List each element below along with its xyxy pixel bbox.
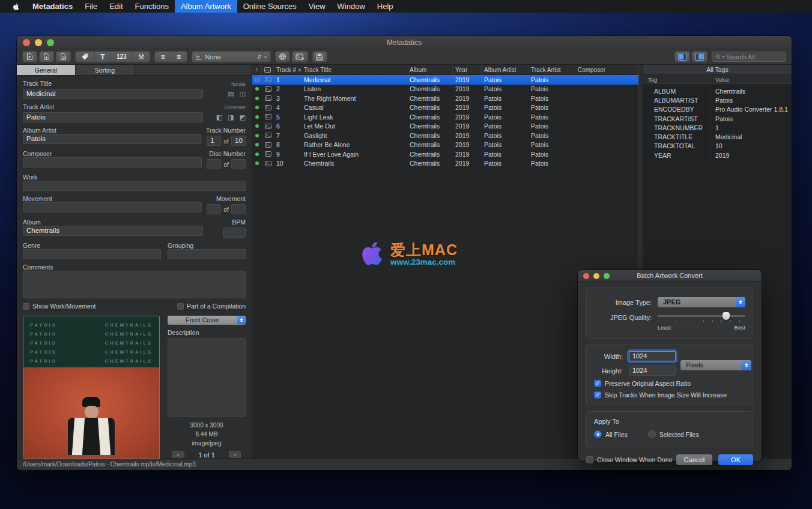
- grouping-field[interactable]: [168, 249, 246, 259]
- column-track-title[interactable]: Track Title: [301, 65, 407, 74]
- menu-item-view[interactable]: View: [303, 0, 332, 13]
- tag-row[interactable]: ALBUMARTISTPatois: [643, 95, 792, 104]
- menu-item-online-sources[interactable]: Online Sources: [237, 0, 303, 13]
- show-work-checkbox[interactable]: ✓ Show Work/Movement: [23, 303, 95, 310]
- track-artist-field[interactable]: Patois: [23, 112, 203, 122]
- table-row[interactable]: 3The Right MomentChemtrails2019PatoisPat…: [252, 94, 638, 103]
- tag-row[interactable]: ENCODEDBYPro Audio Converter 1.8.1: [643, 105, 792, 114]
- menu-item-help[interactable]: Help: [371, 0, 399, 13]
- tag-row[interactable]: TRACKTOTAL10: [643, 142, 792, 151]
- column-status[interactable]: !: [252, 65, 262, 74]
- track-title-field[interactable]: Medicinal: [23, 89, 203, 99]
- dialog-titlebar[interactable]: Batch Artwork Convert: [578, 270, 762, 282]
- table-row[interactable]: 8Rather Be AloneChemtrails2019PatoisPato…: [252, 140, 638, 150]
- apple-menu[interactable]: [6, 0, 26, 13]
- table-row[interactable]: 1MedicinalChemtrails2019PatoisPatois: [252, 75, 638, 85]
- units-popup[interactable]: Pixels: [680, 360, 751, 370]
- table-row[interactable]: 5Light LeakChemtrails2019PatoisPatois: [252, 112, 638, 122]
- save-button[interactable]: [312, 51, 327, 62]
- online-sources-button[interactable]: [275, 51, 290, 62]
- work-field[interactable]: [23, 181, 246, 191]
- menu-item-edit[interactable]: Edit: [103, 0, 129, 13]
- tag-row[interactable]: YEAR2019: [643, 151, 792, 160]
- image-type-popup[interactable]: JPEG: [658, 297, 745, 307]
- table-row[interactable]: 2ListenChemtrails2019PatoisPatois: [252, 85, 638, 94]
- menu-item-album-artwork[interactable]: Album Artwork: [175, 0, 237, 13]
- number-tool-button[interactable]: 123: [111, 52, 133, 62]
- column-composer[interactable]: Composer: [575, 65, 638, 74]
- width-input[interactable]: 1024: [629, 351, 676, 361]
- table-row[interactable]: 9If I Ever Love AgainChemtrails2019Patoi…: [252, 149, 638, 159]
- table-row[interactable]: 6Let Me OutChemtrails2019PatoisPatois: [252, 122, 638, 131]
- album-artist-field[interactable]: Patois: [23, 134, 201, 144]
- value-column-header[interactable]: Value: [710, 75, 792, 83]
- open-folder-button[interactable]: [39, 51, 54, 62]
- menu-item-functions[interactable]: Functions: [129, 0, 175, 13]
- column-artwork[interactable]: [262, 65, 274, 74]
- window-titlebar[interactable]: Metadatics: [17, 36, 792, 49]
- tag-row[interactable]: TRACKARTISTPatois: [643, 114, 792, 123]
- slider-thumb[interactable]: [723, 312, 730, 320]
- menu-item-metadatics[interactable]: Metadatics: [26, 0, 79, 13]
- track-total-field[interactable]: 10: [231, 136, 246, 146]
- tag-tool-button[interactable]: [76, 52, 95, 62]
- ok-button[interactable]: OK: [718, 454, 753, 465]
- disc-number-field[interactable]: [207, 159, 221, 169]
- tag-row[interactable]: ALBUMChemtrails: [643, 86, 792, 95]
- close-when-done-checkbox[interactable]: ✓ Close Window When Done: [586, 456, 672, 463]
- tags-from-name-button[interactable]: ≣: [171, 52, 187, 62]
- tag-row[interactable]: TRACKTITLEMedicinal: [643, 132, 792, 141]
- table-row[interactable]: 7GaslightChemtrails2019PatoisPatois: [252, 131, 638, 140]
- tag-row[interactable]: TRACKNUMBER1: [643, 123, 792, 132]
- table-row[interactable]: 10ChemtrailsChemtrails2019PatoisPatois: [252, 159, 638, 169]
- text-tool-button[interactable]: T: [95, 52, 111, 62]
- open-file-button[interactable]: [22, 51, 37, 62]
- description-field[interactable]: [168, 338, 246, 417]
- disc-total-field[interactable]: [231, 159, 246, 169]
- dialog-minimize-button[interactable]: [593, 273, 599, 279]
- album-field[interactable]: Chemtrails: [23, 226, 203, 236]
- movement-number-field[interactable]: [207, 204, 221, 214]
- field-action-icon[interactable]: ◨: [228, 112, 234, 122]
- height-input[interactable]: 1024: [629, 366, 676, 376]
- menu-item-window[interactable]: Window: [332, 0, 371, 13]
- movement-field[interactable]: [23, 202, 202, 212]
- toggle-right-panel-button[interactable]: [692, 51, 707, 62]
- actions-tool-button[interactable]: ⚒: [133, 52, 150, 62]
- album-cover-image[interactable]: PATOISCHEMTRAILSPATOISCHEMTRAILSPATOISCH…: [23, 316, 160, 459]
- genre-field[interactable]: [23, 249, 161, 259]
- minimize-button[interactable]: [35, 39, 42, 46]
- reveal-file-button[interactable]: [56, 51, 71, 62]
- tag-column-header[interactable]: Tag: [643, 75, 710, 83]
- dialog-zoom-button[interactable]: [604, 273, 610, 279]
- artwork-type-popup[interactable]: Front Cover: [168, 316, 246, 325]
- tab-general[interactable]: General: [17, 65, 76, 75]
- column-album[interactable]: Album: [407, 65, 453, 74]
- search-field[interactable]: ▾: [712, 52, 786, 62]
- jpeg-quality-slider[interactable]: Least Best: [658, 312, 745, 331]
- field-action-icon[interactable]: ◧: [216, 112, 222, 122]
- field-action-icon[interactable]: ◩: [240, 112, 246, 122]
- format-preset-control[interactable]: None ⇵ ≡: [192, 51, 271, 62]
- rename-from-tags-button[interactable]: ≣: [155, 52, 171, 62]
- compilation-checkbox[interactable]: ✓ Part of a Compilation: [177, 303, 246, 310]
- all-files-radio[interactable]: All Files: [594, 430, 628, 438]
- field-clear-icon[interactable]: ◫: [240, 89, 246, 99]
- column-year[interactable]: Year: [453, 65, 482, 74]
- table-row[interactable]: 4CasualChemtrails2019PatoisPatois: [252, 103, 638, 113]
- menu-item-file[interactable]: File: [79, 0, 103, 13]
- cancel-button[interactable]: Cancel: [676, 454, 712, 465]
- tab-sorting[interactable]: Sorting: [76, 65, 135, 75]
- track-number-field[interactable]: 1: [207, 136, 221, 146]
- preserve-aspect-checkbox[interactable]: ✓ Preserve Original Aspect Ratio: [594, 380, 745, 387]
- column-album-artist[interactable]: Album Artist: [482, 65, 529, 74]
- bpm-field[interactable]: [223, 227, 246, 238]
- toggle-left-panel-button[interactable]: [674, 51, 690, 62]
- skip-tracks-checkbox[interactable]: ✓ Skip Tracks When Image Size Will Incre…: [594, 391, 745, 399]
- column-track-artist[interactable]: Track Artist: [529, 65, 575, 74]
- close-button[interactable]: [23, 39, 30, 46]
- movement-total-field[interactable]: [231, 204, 246, 214]
- selected-files-radio[interactable]: Selected Files: [648, 430, 699, 438]
- composer-field[interactable]: [23, 157, 202, 167]
- dialog-close-button[interactable]: [583, 273, 589, 279]
